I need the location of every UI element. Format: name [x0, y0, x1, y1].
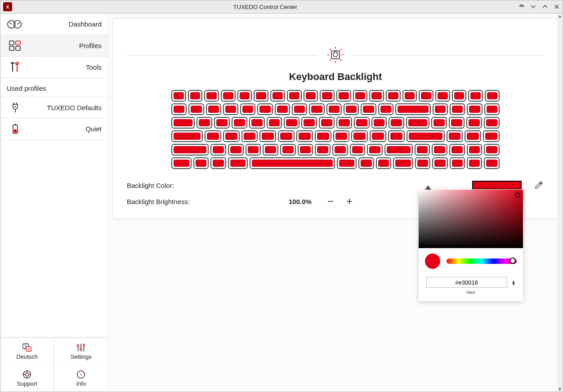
maximize-icon[interactable] [542, 4, 548, 10]
svg-rect-5 [16, 46, 20, 50]
key [378, 103, 393, 115]
key [415, 144, 430, 156]
settings-button[interactable]: Settings [54, 338, 108, 365]
key [468, 90, 483, 102]
key [315, 144, 331, 156]
minimize-icon[interactable] [530, 4, 536, 10]
key [467, 157, 482, 169]
key [292, 103, 307, 115]
key [171, 157, 192, 169]
scrollbar[interactable]: ▲ ▼ [557, 13, 563, 392]
sidebar-item-tools[interactable]: Tools [0, 57, 108, 78]
svg-text:i: i [80, 372, 81, 377]
penguin-backlight-icon [326, 45, 345, 66]
language-button[interactable]: 文A Deutsch [0, 338, 54, 365]
saturation-cursor[interactable] [515, 192, 520, 198]
key [280, 144, 296, 156]
key [171, 144, 209, 156]
color-picker-popover: ▲▼ Hex [419, 189, 523, 301]
sidebar-item-label: Tools [28, 63, 102, 71]
key [466, 117, 482, 129]
key [433, 103, 448, 115]
key [210, 144, 226, 156]
key [367, 144, 383, 156]
hex-input[interactable] [426, 277, 507, 288]
keyboard-visualizer [171, 90, 500, 169]
format-toggle[interactable]: ▲▼ [511, 280, 515, 285]
svg-point-15 [77, 345, 79, 347]
support-button[interactable]: Support [0, 365, 54, 392]
key [210, 157, 226, 169]
dashboard-icon [7, 18, 24, 31]
svg-rect-10 [14, 129, 17, 133]
key [315, 130, 331, 142]
support-icon [22, 370, 32, 379]
svg-point-7 [15, 106, 16, 107]
key [484, 103, 500, 115]
info-label: Info [76, 380, 86, 387]
key [287, 90, 302, 102]
key [249, 117, 265, 129]
key [309, 103, 324, 115]
key [431, 117, 447, 129]
key [304, 90, 318, 102]
key [358, 157, 374, 169]
key [301, 117, 317, 129]
info-button[interactable]: i Info [54, 365, 108, 392]
key [336, 90, 351, 102]
key [259, 130, 276, 142]
key [320, 90, 335, 102]
key [344, 103, 359, 115]
key [337, 157, 357, 169]
eyedropper-button[interactable] [533, 180, 544, 191]
brightness-increase-button[interactable] [344, 196, 355, 207]
key [246, 144, 261, 156]
key [447, 130, 463, 142]
key [205, 130, 221, 142]
app-icon: x [3, 2, 12, 11]
hue-cursor[interactable] [509, 258, 516, 264]
key [326, 103, 342, 115]
hue-slider[interactable] [447, 258, 517, 264]
scroll-up-icon[interactable]: ▲ [557, 13, 563, 18]
sidebar-item-label: TUXEDO Defaults [28, 104, 102, 111]
key [389, 117, 404, 129]
svg-point-19 [26, 373, 29, 376]
sidebar-item-profiles[interactable]: Profiles [0, 35, 108, 57]
sidebar-item-label: Dashboard [28, 20, 102, 28]
key [386, 90, 401, 102]
key [270, 90, 285, 102]
saturation-value-area[interactable] [419, 190, 523, 248]
key [388, 130, 405, 142]
backlight-brightness-label: Backlight Brightness: [127, 198, 289, 205]
keep-above-icon[interactable] [518, 4, 525, 10]
color-swatch[interactable] [472, 181, 522, 190]
key [284, 117, 299, 129]
key [241, 130, 258, 142]
key [406, 117, 429, 129]
sidebar-item-profile-defaults[interactable]: TUXEDO Defaults [0, 97, 108, 118]
key [206, 103, 221, 115]
profiles-icon [7, 39, 24, 53]
scroll-down-icon[interactable]: ▼ [557, 387, 563, 392]
sidebar-item-profile-quiet[interactable]: Quiet [0, 118, 108, 140]
key [450, 157, 465, 169]
svg-rect-2 [9, 41, 14, 45]
popover-arrow [425, 185, 431, 190]
close-icon[interactable] [554, 4, 560, 10]
sliders-icon [76, 343, 86, 352]
key [171, 130, 203, 142]
key [384, 144, 412, 156]
key [275, 103, 290, 115]
svg-rect-4 [9, 46, 14, 50]
key [449, 144, 465, 156]
key [361, 103, 376, 115]
sidebar-item-label: Quiet [28, 125, 102, 133]
key [353, 90, 368, 102]
battery-icon [7, 122, 24, 136]
brightness-decrease-button[interactable] [325, 196, 336, 207]
key [465, 130, 481, 142]
svg-point-0 [8, 20, 15, 28]
key [228, 144, 244, 156]
sidebar-item-dashboard[interactable]: Dashboard [0, 13, 108, 35]
